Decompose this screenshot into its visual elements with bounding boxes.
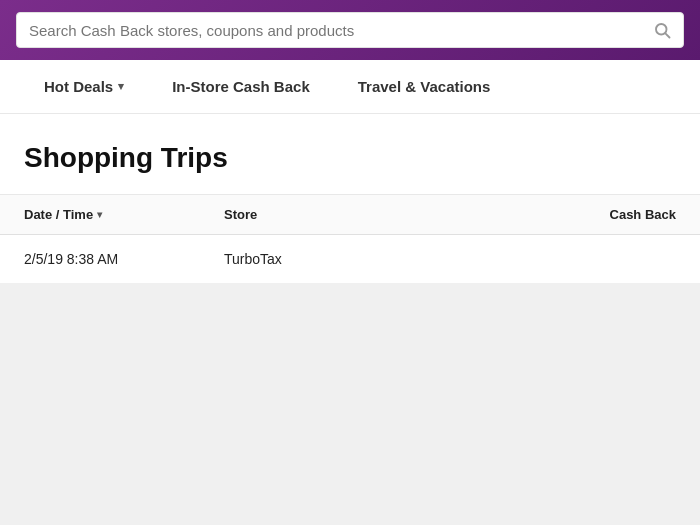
cell-date: 2/5/19 8:38 AM [24, 251, 224, 267]
search-input-wrapper [16, 12, 684, 48]
svg-line-1 [665, 33, 669, 37]
search-bar-container [0, 0, 700, 60]
search-button[interactable] [653, 21, 671, 39]
sort-chevron-icon: ▾ [97, 209, 102, 220]
column-header-cashback-label: Cash Back [610, 207, 676, 222]
nav-item-hot-deals-label: Hot Deals [44, 78, 113, 95]
table-row[interactable]: 2/5/19 8:38 AM TurboTax [0, 235, 700, 284]
nav-item-hot-deals[interactable]: Hot Deals ▾ [20, 60, 148, 113]
main-content: Shopping Trips Date / Time ▾ Store Cash … [0, 114, 700, 284]
column-header-store-label: Store [224, 207, 257, 222]
column-header-store: Store [224, 207, 556, 222]
nav-item-instore-label: In-Store Cash Back [172, 78, 310, 95]
nav-item-travel-label: Travel & Vacations [358, 78, 491, 95]
column-header-cashback: Cash Back [556, 207, 676, 222]
search-input[interactable] [29, 22, 653, 39]
nav-bar: Hot Deals ▾ In-Store Cash Back Travel & … [0, 60, 700, 114]
page-title-section: Shopping Trips [0, 114, 700, 195]
column-header-date-label: Date / Time [24, 207, 93, 222]
column-header-date[interactable]: Date / Time ▾ [24, 207, 224, 222]
page-title: Shopping Trips [24, 142, 676, 174]
table-header-row: Date / Time ▾ Store Cash Back [0, 195, 700, 235]
nav-item-instore-cashback[interactable]: In-Store Cash Back [148, 60, 334, 113]
chevron-down-icon: ▾ [118, 80, 124, 93]
bottom-area [0, 284, 700, 494]
shopping-trips-table: Date / Time ▾ Store Cash Back 2/5/19 8:3… [0, 195, 700, 284]
nav-item-travel-vacations[interactable]: Travel & Vacations [334, 60, 515, 113]
search-icon [653, 21, 671, 39]
cell-store: TurboTax [224, 251, 556, 267]
